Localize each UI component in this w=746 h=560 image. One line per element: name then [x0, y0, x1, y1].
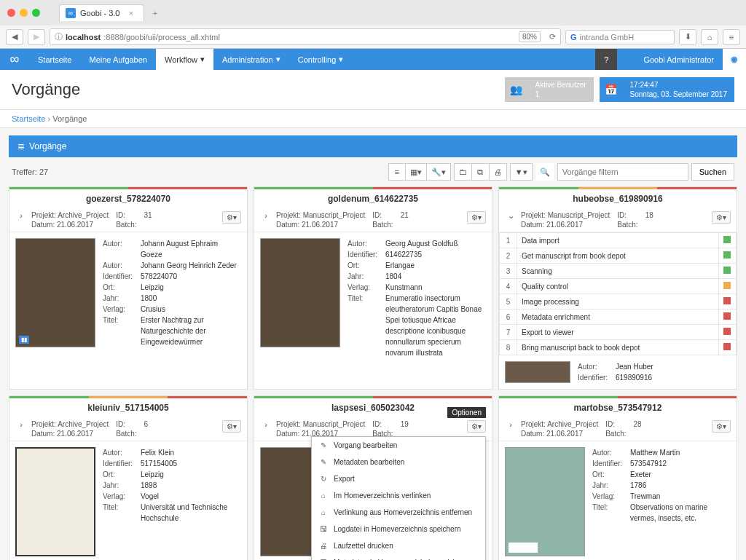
filter-button[interactable]: ▼▾ — [510, 163, 533, 181]
status-icon — [723, 267, 731, 274]
google-icon: G — [570, 33, 577, 42]
minimize-window-icon[interactable] — [20, 9, 28, 17]
options-button[interactable]: ⚙▾ — [712, 420, 731, 433]
vendor-logo-icon[interactable]: ◉ — [723, 49, 746, 70]
step-row[interactable]: 7Export to viewer — [500, 325, 737, 340]
search-button[interactable]: Suchen — [691, 163, 734, 181]
address-bar[interactable]: ⓘ localhost :8888/goobi/uii/process_all.… — [50, 28, 561, 45]
browser-search[interactable]: G intranda GmbH — [565, 30, 675, 44]
dropdown-item-label: Verlinkung aus Homeverzeichnis entfernen — [334, 508, 472, 516]
maximize-window-icon[interactable] — [32, 9, 40, 17]
tab-close-icon[interactable]: × — [128, 9, 133, 17]
nav-startseite[interactable]: Startseite — [29, 49, 80, 70]
panel-header: ≣ Vorgänge — [9, 135, 737, 157]
dropdown-item[interactable]: 🖫Logdatei in Homeverzeichnis speichern — [312, 521, 485, 537]
status-icon — [723, 343, 731, 350]
download-icon[interactable]: ⬇ — [679, 29, 696, 45]
top-nav: ∞ Startseite Meine Aufgaben Workflow ▾ A… — [0, 49, 746, 70]
action-copy-button[interactable]: ⧉ — [472, 163, 490, 181]
card-meta: Projekt: Manuscript_ProjectDatum: 21.06.… — [276, 211, 463, 229]
app-logo-icon[interactable]: ∞ — [0, 49, 29, 70]
chevron-down-icon[interactable]: ⌄ — [505, 211, 517, 221]
card-meta: Projekt: Archive_ProjectDatum: 21.06.201… — [31, 420, 218, 438]
dropdown-item[interactable]: ✎Metadaten bearbeiten — [312, 454, 485, 470]
step-row[interactable]: 2Get manuscript from book depot — [500, 248, 737, 264]
close-window-icon[interactable] — [7, 9, 15, 17]
nav-meine-aufgaben[interactable]: Meine Aufgaben — [80, 49, 156, 70]
step-row[interactable]: 6Metadata enrichment — [500, 309, 737, 325]
new-tab-icon[interactable]: + — [153, 9, 157, 17]
breadcrumb: Startseite › Vorgänge — [0, 110, 746, 128]
nav-controlling[interactable]: Controlling ▾ — [289, 49, 353, 70]
dropdown-item-label: Export — [334, 475, 355, 483]
forward-button[interactable]: ▶ — [28, 29, 45, 45]
dropdown-item[interactable]: 🖨Laufzettel drucken — [312, 537, 485, 554]
step-row[interactable]: 8Bring manuscript back to book depot — [500, 340, 737, 355]
dropdown-item[interactable]: 🖫Metadaten in Homeverzeichnis speichern — [312, 554, 485, 560]
filter-input[interactable] — [557, 163, 688, 181]
thumbnail[interactable] — [15, 447, 95, 556]
chevron-right-icon[interactable]: › — [505, 420, 517, 429]
help-button[interactable]: ? — [595, 49, 617, 70]
app-favicon-icon: ∞ — [66, 8, 76, 18]
thumbnail — [505, 361, 570, 383]
dropdown-item-label: Logdatei in Homeverzeichnis speichern — [334, 525, 461, 533]
step-row[interactable]: 3Scanning — [500, 264, 737, 279]
step-row[interactable]: 4Quality control — [500, 279, 737, 294]
thumbnail[interactable]: ▮▮ — [15, 238, 95, 347]
process-card: goezerst_578224070›Projekt: Archive_Proj… — [9, 186, 248, 390]
page-header: Vorgänge 👥 Aktive Benutzer1 📅 17:24:47So… — [0, 70, 746, 110]
thumbnail[interactable] — [260, 238, 340, 347]
zoom-level[interactable]: 80% — [519, 31, 541, 42]
nav-administration[interactable]: Administration ▾ — [213, 49, 289, 70]
step-row[interactable]: 1Data import — [500, 233, 737, 248]
datetime-box: 📅 17:24:47Sonntag, 03. September 2017 — [600, 77, 734, 102]
options-button[interactable]: ⚙▾ — [467, 211, 486, 224]
menu-icon[interactable]: ≡ — [723, 29, 740, 45]
server-time: 17:24:47 — [630, 81, 659, 89]
card-meta: Projekt: Archive_ProjectDatum: 21.06.201… — [521, 420, 707, 438]
view-list-button[interactable]: ≡ — [388, 163, 406, 181]
back-button[interactable]: ◀ — [6, 29, 23, 45]
chevron-right-icon[interactable]: › — [15, 211, 27, 220]
chevron-right-icon[interactable]: › — [260, 211, 272, 220]
caret-down-icon: ▾ — [276, 55, 280, 64]
panel-title: Vorgänge — [29, 141, 66, 151]
chevron-right-icon[interactable]: › — [260, 420, 272, 429]
settings-button[interactable]: 🔧▾ — [427, 163, 451, 181]
status-icon — [723, 328, 731, 335]
dropdown-item[interactable]: ✎Vorgang bearbeiten — [312, 437, 485, 454]
result-count: Treffer: 27 — [12, 167, 385, 176]
language-flag-icon[interactable] — [617, 49, 635, 70]
dropdown-item-label: Vorgang bearbeiten — [334, 441, 397, 449]
options-button[interactable]: ⚙▾ — [222, 420, 241, 433]
breadcrumb-home[interactable]: Startseite — [12, 114, 45, 123]
dropdown-item[interactable]: ↻Export — [312, 470, 485, 487]
options-button[interactable]: ⚙▾ — [712, 211, 731, 224]
action-folder-button[interactable]: 🗀 — [454, 163, 472, 181]
reload-icon[interactable]: ⟳ — [549, 32, 556, 42]
calendar-icon: 📅 — [600, 77, 623, 102]
status-icon — [723, 251, 731, 259]
action-print-button[interactable]: 🖨 — [490, 163, 507, 181]
nav-workflow[interactable]: Workflow ▾ — [156, 49, 213, 70]
browser-chrome: ∞ Goobi - 3.0 × + ◀ ▶ ⓘ localhost :8888/… — [0, 0, 746, 49]
server-date: Sonntag, 03. September 2017 — [630, 90, 727, 98]
user-menu[interactable]: Goobi Administrator — [635, 49, 723, 70]
dropdown-item[interactable]: ⌂Im Homeverzeichnis verlinken — [312, 487, 485, 504]
view-grid-button[interactable]: ▦▾ — [406, 163, 427, 181]
step-row[interactable]: 5Image processing — [500, 294, 737, 309]
process-card: kleiuniv_517154005›Projekt: Archive_Proj… — [9, 395, 248, 560]
chevron-right-icon[interactable]: › — [15, 420, 27, 429]
browser-tab[interactable]: ∞ Goobi - 3.0 × — [59, 4, 144, 21]
thumbnail[interactable] — [505, 447, 585, 556]
dropdown-item[interactable]: ⌂Verlinkung aus Homeverzeichnis entferne… — [312, 504, 485, 521]
options-button[interactable]: ⚙▾ — [467, 420, 486, 433]
card-meta: Projekt: Manuscript_ProjectDatum: 21.06.… — [276, 420, 463, 438]
options-button[interactable]: ⚙▾ — [222, 211, 241, 224]
browser-search-text: intranda GmbH — [580, 33, 635, 42]
window-controls — [7, 9, 40, 17]
dropdown-item-icon: ⌂ — [319, 492, 328, 500]
home-icon[interactable]: ⌂ — [701, 29, 718, 45]
workflow-steps: 1Data import2Get manuscript from book de… — [499, 232, 737, 355]
